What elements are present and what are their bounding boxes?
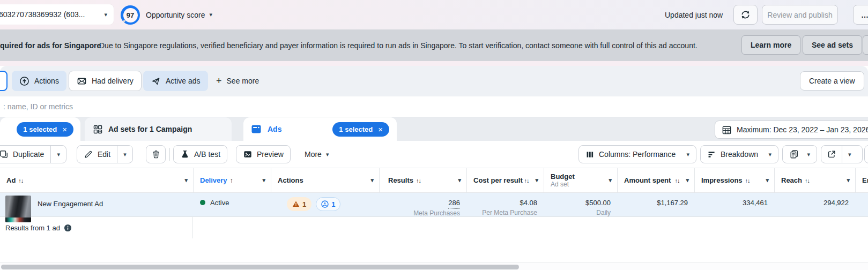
delete-button[interactable] (146, 145, 166, 163)
filter-chip-active-ads[interactable]: Active ads (143, 71, 208, 91)
column-header-reach[interactable]: Reach ↑↓ ▾ (774, 168, 855, 192)
filter-chip-had-delivery[interactable]: Had delivery (69, 71, 142, 91)
opportunity-score-value: 97 (123, 8, 138, 22)
learn-more-button[interactable]: Learn more (741, 35, 800, 55)
partial-filter-chip[interactable] (0, 71, 8, 91)
chevron-down-icon[interactable]: ▾ (455, 177, 461, 183)
pencil-icon (84, 149, 93, 159)
duplicate-dropdown[interactable]: ▾ (50, 146, 66, 163)
active-status-dot (200, 200, 205, 205)
impressions-cell: 334,461 (694, 193, 774, 222)
scrollbar-thumb[interactable] (1, 265, 519, 269)
sort-icon[interactable]: ↑↓ (745, 177, 750, 184)
chevron-down-icon[interactable]: ▾ (843, 177, 850, 183)
horizontal-scrollbar[interactable] (0, 262, 868, 270)
breakdown-dropdown[interactable]: Breakdown ▾ (700, 145, 778, 163)
export-button[interactable]: ▾ (821, 145, 863, 163)
person-circle-icon (321, 200, 329, 208)
column-header-cost-per-result[interactable]: Cost per result ↑↓ ▾ (466, 168, 544, 192)
ends-cell (855, 193, 868, 222)
ads-selected-badge[interactable]: 1 selected × (332, 122, 389, 137)
account-dropdown[interactable]: 603270738369932 (603... ▾ (0, 4, 114, 25)
toolbar-divider (169, 148, 170, 161)
tab-ad-sets[interactable]: Ad sets for 1 Campaign (85, 117, 232, 141)
tab-ads[interactable]: Ads 1 selected × (243, 117, 397, 141)
updated-status: Updated just now (665, 0, 723, 29)
sort-icon[interactable]: ↑↓ (416, 177, 421, 184)
ads-icon (251, 124, 262, 134)
search-row (0, 96, 868, 117)
duplicate-button[interactable]: Duplicate ▾ (0, 145, 66, 163)
chevron-down-icon[interactable]: ▾ (762, 177, 769, 183)
results-cell: 286 Meta Purchases (379, 193, 466, 222)
sort-icon[interactable]: ↑↓ (805, 177, 810, 184)
warning-triangle-icon (292, 200, 300, 208)
filter-bar: Actions Had delivery Active ads + See mo… (0, 66, 868, 96)
table-row[interactable]: New Engagement Ad Active 1 1 (0, 193, 868, 217)
edit-button[interactable]: Edit ▾ (77, 145, 133, 163)
delivery-status: Active (193, 193, 271, 222)
chevron-down-icon[interactable]: ▾ (367, 177, 374, 183)
column-header-impressions[interactable]: Impressions ↑↓ ▾ (694, 168, 774, 192)
chevron-down-icon[interactable]: ▾ (532, 177, 538, 183)
column-header-ends[interactable]: Ends (855, 168, 868, 192)
copy-icon (0, 149, 9, 159)
campaigns-selected-badge[interactable]: 1 selected × (17, 122, 73, 137)
preview-button[interactable]: Preview (236, 145, 291, 163)
chevron-down-icon: ▾ (686, 152, 689, 158)
sort-up-icon[interactable]: ↑ (230, 176, 233, 184)
banner-message: Due to Singapore regulations, verified b… (99, 29, 721, 61)
date-range-picker[interactable]: Maximum: Dec 23, 2022 – Jan 23, 2026 (715, 121, 868, 139)
sort-icon[interactable]: ↑↓ (18, 177, 23, 184)
more-options-button[interactable]: … (853, 5, 868, 25)
actions-toolbar: Duplicate ▾ Edit ▾ (0, 141, 868, 168)
ads-manager-app: 603270738369932 (603... ▾ 97 Opportunity… (0, 0, 868, 270)
ad-name[interactable]: New Engagement Ad (38, 200, 103, 208)
column-header-ad[interactable]: Ad ↑↓ ▾ (0, 168, 193, 192)
level-tabs: 1 selected × Ad sets for 1 Campaign Ads (0, 117, 868, 141)
chevron-down-icon[interactable]: ▾ (605, 177, 612, 183)
ab-test-button[interactable]: A/B test (173, 145, 227, 163)
chevron-down-icon: ▾ (848, 152, 851, 158)
column-header-budget[interactable]: Budget Ad set ▾ (544, 168, 617, 192)
sort-icon[interactable]: ↑↓ (524, 177, 529, 184)
chevron-down-icon: ▾ (210, 12, 213, 18)
edit-dropdown[interactable]: ▾ (117, 146, 132, 163)
recommendation-badge[interactable]: 1 (316, 197, 340, 211)
close-icon[interactable]: × (378, 125, 383, 133)
chevron-down-icon[interactable]: ▾ (259, 177, 265, 183)
columns-icon (585, 150, 595, 159)
chevron-down-icon: ▾ (57, 152, 60, 158)
sort-icon[interactable]: ↑↓ (674, 177, 679, 184)
info-icon[interactable] (64, 224, 72, 232)
export-dropdown[interactable]: ▾ (842, 146, 857, 163)
search-input[interactable] (0, 102, 225, 111)
more-menu[interactable]: More ▾ (300, 145, 333, 163)
warning-badge[interactable]: 1 (287, 197, 311, 211)
breakdown-icon (707, 150, 716, 159)
results-value[interactable]: 286 (448, 198, 460, 209)
refresh-button[interactable] (733, 5, 758, 25)
opportunity-score-label: Opportunity score (146, 11, 205, 19)
table-empty-area (0, 238, 868, 262)
column-header-amount-spent[interactable]: Amount spent ↑↓ ▾ (617, 168, 694, 192)
opportunity-score-dropdown[interactable]: Opportunity score ▾ (146, 0, 212, 29)
close-icon[interactable]: × (62, 125, 67, 133)
columns-dropdown[interactable]: Columns: Performance ▾ (578, 145, 696, 163)
tab-campaigns-partial[interactable]: 1 selected × (0, 117, 80, 141)
circle-arrow-up-icon (19, 76, 29, 86)
chevron-down-icon[interactable]: ▾ (682, 177, 689, 183)
partial-toolbar-button[interactable] (864, 145, 868, 163)
filter-chip-actions[interactable]: Actions (12, 71, 66, 91)
review-and-publish-button[interactable]: Review and publish (762, 5, 838, 25)
reports-dropdown[interactable]: ▾ (782, 145, 817, 163)
see-more-filters[interactable]: + See more (216, 71, 259, 91)
partial-banner-button[interactable] (863, 35, 868, 55)
column-header-actions[interactable]: Actions ▾ (271, 168, 379, 192)
column-header-delivery[interactable]: Delivery ↑ ▾ (193, 168, 271, 192)
see-ad-sets-button[interactable]: See ad sets (803, 35, 862, 55)
column-header-results[interactable]: Results ↑↓ ▾ (379, 168, 466, 192)
results-summary: Results from 1 ad (5, 224, 60, 232)
chevron-down-icon[interactable]: ▾ (181, 177, 188, 183)
create-a-view-button[interactable]: Create a view (800, 71, 864, 91)
